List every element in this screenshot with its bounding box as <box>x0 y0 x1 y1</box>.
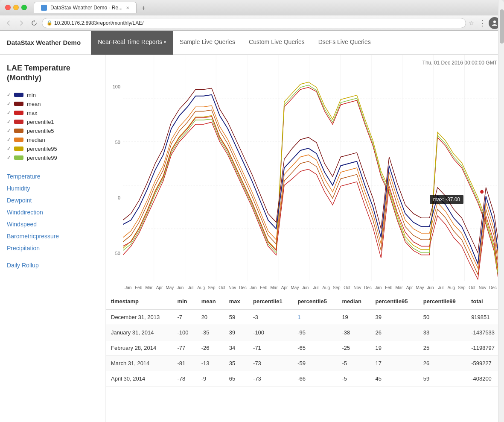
table-row: February 28, 2014 -77 -26 34 -71 -65 -25… <box>106 340 504 356</box>
cell-p5-0[interactable]: 1 <box>292 309 337 325</box>
tab-close-button[interactable]: ✕ <box>126 6 129 10</box>
x-label: Dec <box>238 285 248 290</box>
x-label: Oct <box>342 285 352 290</box>
legend-item-min[interactable]: ✓ min <box>7 92 99 98</box>
scrollbar-thumb[interactable] <box>500 9 504 44</box>
tab-bar: DataStax Weather Demo - Re... ✕ + <box>34 2 499 13</box>
x-label: May <box>165 285 175 290</box>
x-label: Jan <box>123 285 133 290</box>
x-label: Apr <box>154 285 164 290</box>
nav-link-windspeed[interactable]: Windspeed <box>7 219 99 229</box>
sidebar-secondary-links: Daily Rollup <box>7 260 99 270</box>
nav-link-daily-rollup[interactable]: Daily Rollup <box>7 260 99 270</box>
cell-p95-2: 19 <box>370 340 418 356</box>
x-label: Mar <box>144 285 154 290</box>
minimize-window-button[interactable] <box>13 5 19 10</box>
new-tab-button[interactable]: + <box>138 3 149 13</box>
x-label: Feb <box>133 285 143 290</box>
chart-legend: ✓ min ✓ mean ✓ max ✓ <box>7 92 99 161</box>
cell-timestamp-3: March 31, 2014 <box>106 356 172 371</box>
legend-color-p5 <box>14 129 23 133</box>
legend-check-p1: ✓ <box>7 119 11 125</box>
nav-item-near-real-time[interactable]: Near-Real Time Reports ▾ <box>91 31 173 55</box>
maximize-window-button[interactable] <box>21 5 27 10</box>
legend-label-p95: percentile95 <box>27 146 57 152</box>
cell-min-0: -7 <box>172 309 196 325</box>
y-label-neg50: -50 <box>106 251 123 256</box>
cell-min-3: -81 <box>172 356 196 371</box>
nav-dropdown-near-real-time: Near-Real Time Reports ▾ <box>98 38 166 45</box>
legend-label-p99: percentile99 <box>27 155 57 161</box>
cell-min-4: -78 <box>172 371 196 387</box>
table-row: March 31, 2014 -81 -13 35 -73 -59 -5 17 … <box>106 356 504 371</box>
legend-label-p1: percentile1 <box>27 119 54 125</box>
col-header-percentile5: percentile5 <box>292 294 337 309</box>
nav-link-temperature[interactable]: Temperature <box>7 171 99 182</box>
legend-color-p1 <box>14 120 23 124</box>
browser-window: DataStax Weather Demo - Re... ✕ + 🔒 10.2… <box>0 0 504 422</box>
nav-item-dsefs-live[interactable]: DseFs Live Queries <box>312 31 378 55</box>
legend-color-median <box>14 138 23 142</box>
legend-item-median[interactable]: ✓ median <box>7 137 99 143</box>
bookmark-button[interactable]: ☆ <box>469 20 474 26</box>
x-label: Aug <box>196 285 206 290</box>
chart-svg <box>123 55 498 281</box>
cell-p99-4: 59 <box>418 371 466 387</box>
legend-item-mean[interactable]: ✓ mean <box>7 101 99 107</box>
nav-item-custom-live[interactable]: Custom Live Queries <box>242 31 312 55</box>
cell-max-0: 59 <box>224 309 248 325</box>
x-label: Jul <box>186 285 196 290</box>
x-label: Jun <box>175 285 185 290</box>
nav-link-barometricpressure[interactable]: Barometricpressure <box>7 231 99 241</box>
cell-median-4: -5 <box>337 371 370 387</box>
cell-max-3: 35 <box>224 356 248 371</box>
cell-mean-3: -13 <box>196 356 224 371</box>
y-label-0: 0 <box>106 195 123 200</box>
brand-name: DataStax Weather Demo <box>7 39 81 46</box>
back-button[interactable] <box>3 18 14 28</box>
cell-p99-0: 50 <box>418 309 466 325</box>
address-bar[interactable]: 🔒 10.200.176.2:8983/report/monthly/LAE/ <box>42 18 466 28</box>
legend-item-percentile99[interactable]: ✓ percentile99 <box>7 155 99 161</box>
legend-item-percentile1[interactable]: ✓ percentile1 <box>7 119 99 125</box>
nav-label-near-real-time: Near-Real Time Reports <box>98 38 162 45</box>
x-label: Oct <box>467 285 477 290</box>
col-header-median: median <box>337 294 370 309</box>
cell-p1-3: -73 <box>248 356 292 371</box>
cell-p95-4: 45 <box>370 371 418 387</box>
nav-item-sample-live[interactable]: Sample Live Queries <box>173 31 242 55</box>
browser-menu-button[interactable]: ⋮ <box>478 18 486 28</box>
cell-p1-0: -3 <box>248 309 292 325</box>
col-header-percentile95: percentile95 <box>370 294 418 309</box>
x-label: Feb <box>258 285 268 290</box>
svg-point-16 <box>480 190 484 194</box>
refresh-button[interactable] <box>29 18 39 28</box>
nav-link-winddirection[interactable]: Winddirection <box>7 207 99 217</box>
nav-link-humidity[interactable]: Humidity <box>7 183 99 193</box>
legend-item-max[interactable]: ✓ max <box>7 110 99 116</box>
browser-tab[interactable]: DataStax Weather Demo - Re... ✕ <box>34 2 137 13</box>
x-label: Dec <box>363 285 373 290</box>
sidebar-nav-links: Temperature Humidity Dewpoint Winddirect… <box>7 171 99 253</box>
x-label: Nov <box>227 285 237 290</box>
table-row: January 31, 2014 -100 -35 39 -100 -95 -3… <box>106 325 504 340</box>
nav-link-dewpoint[interactable]: Dewpoint <box>7 195 99 205</box>
cell-timestamp-1: January 31, 2014 <box>106 325 172 340</box>
col-header-max: max <box>224 294 248 309</box>
legend-item-percentile95[interactable]: ✓ percentile95 <box>7 146 99 152</box>
legend-label-p5: percentile5 <box>27 128 54 134</box>
legend-color-p95 <box>14 147 23 151</box>
dropdown-arrow-icon: ▾ <box>164 40 166 44</box>
nav-link-precipitation[interactable]: Precipitation <box>7 243 99 253</box>
close-window-button[interactable] <box>5 5 11 10</box>
forward-button[interactable] <box>16 18 26 28</box>
x-label: Aug <box>321 285 331 290</box>
scrollbar[interactable] <box>498 0 504 422</box>
legend-check-min: ✓ <box>7 92 11 98</box>
legend-item-percentile5[interactable]: ✓ percentile5 <box>7 128 99 134</box>
y-label-50: 50 <box>106 140 123 145</box>
cell-mean-1: -35 <box>196 325 224 340</box>
cell-timestamp-0: December 31, 2013 <box>106 309 172 325</box>
y-label-100: 100 <box>106 84 123 89</box>
x-label: Jul <box>311 285 321 290</box>
